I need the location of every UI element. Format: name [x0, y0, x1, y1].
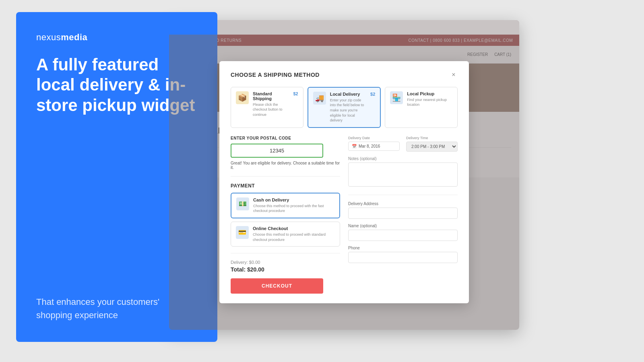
shipping-card-desc-local-pickup: Find your nearest pickup location: [407, 97, 452, 107]
shipping-card-price-standard: $2: [293, 91, 298, 96]
payment-icon-online: 💳: [236, 226, 249, 239]
delivery-phone-group: Phone: [348, 246, 458, 263]
payment-card-online[interactable]: 💳 Online Checkout Choose this method to …: [231, 222, 340, 247]
divider-2: [231, 253, 340, 253]
payment-title-cash: Cash on Delivery: [253, 197, 334, 202]
shipping-card-local-delivery[interactable]: 🚚 Local Delivery Enter your zip code int…: [308, 87, 381, 128]
delivery-date-label: Delivery Date: [348, 136, 400, 140]
delivery-cost: Delivery: $0.00: [231, 260, 340, 265]
shipping-card-info-local-pickup: Local Pickup Find your nearest pickup lo…: [407, 91, 452, 107]
postal-code-input[interactable]: [231, 144, 323, 158]
total-amount: Total: $20.00: [231, 266, 340, 273]
payment-desc-cash: Choose this method to proceed with the f…: [253, 204, 334, 214]
shipping-card-title-standard: Standard Shipping: [253, 91, 289, 101]
shipping-card-standard[interactable]: 📦 Standard Shipping Please click the che…: [231, 87, 303, 128]
shipping-modal: CHOOSE A SHIPPING METHOD × 📦 Standard Sh…: [219, 61, 469, 303]
divider-1: [231, 176, 340, 177]
divider-3: [348, 195, 458, 195]
shipping-card-price-local-delivery: $2: [370, 92, 375, 97]
two-column-layout: ENTER YOUR POSTAL CODE Great! You are el…: [231, 136, 458, 294]
browser-content: FREE SHIPPING AND RETURNS CONTACT | 0800…: [169, 35, 519, 330]
payment-card-cash[interactable]: 💵 Cash on Delivery Choose this method to…: [231, 193, 340, 218]
col-right: Delivery Date 📅 Mar 8, 2016 Delivery Tim…: [348, 136, 458, 294]
shipping-card-info-standard: Standard Shipping Please click the check…: [253, 91, 289, 117]
col-left: ENTER YOUR POSTAL CODE Great! You are el…: [231, 136, 340, 294]
delivery-address-input[interactable]: [348, 208, 458, 219]
shipping-card-title-local-pickup: Local Pickup: [407, 91, 452, 96]
delivery-phone-input[interactable]: [348, 252, 458, 263]
postal-success-text: Great! You are eligible for delivery. Ch…: [231, 161, 340, 170]
shipping-icon-local-delivery: 🚚: [313, 92, 326, 105]
browser-window: FREE SHIPPING AND RETURNS CONTACT | 0800…: [169, 20, 519, 330]
postal-code-label: ENTER YOUR POSTAL CODE: [231, 136, 340, 140]
delivery-name-group: Name (optional): [348, 224, 458, 241]
delivery-phone-label: Phone: [348, 246, 458, 250]
payment-desc-online: Choose this method to proceed with stand…: [253, 232, 335, 242]
notes-textarea[interactable]: [348, 162, 458, 187]
shipping-icon-local-pickup: 🏪: [390, 91, 403, 104]
modal-header: CHOOSE A SHIPPING METHOD ×: [231, 71, 458, 79]
delivery-name-input[interactable]: [348, 230, 458, 241]
delivery-address-group: Delivery Address: [348, 202, 458, 219]
shipping-card-info-local-delivery: Local Delivery Enter your zip code into …: [330, 92, 366, 123]
date-display: Mar 8, 2016: [359, 144, 380, 148]
notes-label: Notes (optional): [348, 156, 458, 161]
shipping-card-local-pickup[interactable]: 🏪 Local Pickup Find your nearest pickup …: [385, 87, 458, 128]
close-icon[interactable]: ×: [450, 71, 458, 79]
modal-overlay: CHOOSE A SHIPPING METHOD × 📦 Standard Sh…: [169, 35, 519, 330]
payment-title-online: Online Checkout: [253, 226, 335, 231]
delivery-name-label: Name (optional): [348, 224, 458, 228]
delivery-address-label: Delivery Address: [348, 202, 458, 206]
checkout-button[interactable]: CHECKOUT: [231, 278, 323, 294]
shipping-card-desc-standard: Please click the checkout button to cont…: [253, 102, 289, 117]
browser-bar: [169, 20, 519, 35]
totals-section: Delivery: $0.00 Total: $20.00 CHECKOUT: [231, 253, 340, 294]
shipping-card-desc-local-delivery: Enter your zip code into the field below…: [330, 98, 366, 123]
delivery-date-value[interactable]: 📅 Mar 8, 2016: [348, 142, 400, 151]
payment-info-cash: Cash on Delivery Choose this method to p…: [253, 197, 334, 214]
payment-icon-cash: 💵: [236, 197, 249, 210]
calendar-icon: 📅: [352, 144, 357, 148]
payment-label: PAYMENT: [231, 183, 340, 189]
payment-info-online: Online Checkout Choose this method to pr…: [253, 226, 335, 242]
delivery-time-select[interactable]: 2:00 PM - 3:00 PM: [406, 142, 458, 152]
shipping-card-title-local-delivery: Local Delivery: [330, 92, 366, 97]
shipping-icon-standard: 📦: [236, 91, 249, 104]
delivery-date-row: Delivery Date 📅 Mar 8, 2016 Delivery Tim…: [348, 136, 458, 152]
modal-title: CHOOSE A SHIPPING METHOD: [231, 72, 320, 78]
delivery-time-group: Delivery Time 2:00 PM - 3:00 PM: [406, 136, 458, 152]
delivery-time-label: Delivery Time: [406, 136, 458, 140]
shipping-methods: 📦 Standard Shipping Please click the che…: [231, 87, 458, 128]
delivery-date-group: Delivery Date 📅 Mar 8, 2016: [348, 136, 400, 152]
